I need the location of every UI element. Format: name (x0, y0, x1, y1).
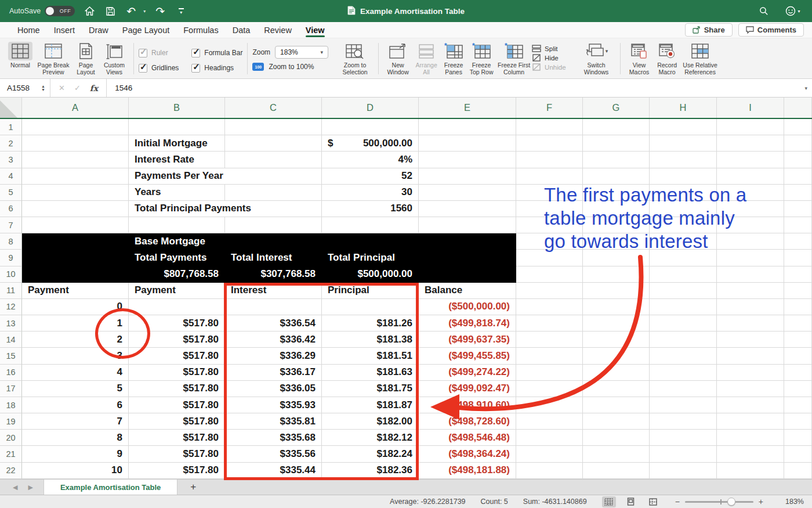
cell-E10[interactable] (419, 266, 516, 283)
row-header-7[interactable]: 7 (0, 217, 22, 233)
cell-D20[interactable]: $182.12 (322, 430, 419, 446)
cell-D1[interactable] (322, 119, 419, 135)
zoom-slider-knob[interactable] (727, 498, 735, 506)
headings-checkbox[interactable]: ✓ Headings (191, 64, 242, 73)
cell-G5[interactable] (583, 185, 650, 201)
row-header-8[interactable]: 8 (0, 233, 22, 250)
cell-B10[interactable]: $807,768.58 (129, 266, 225, 283)
cell-C1[interactable] (225, 119, 322, 135)
cell-E13[interactable]: ($499,818.74) (419, 315, 516, 332)
cell-H5[interactable] (650, 185, 717, 201)
zoom-to-100-button[interactable]: Zoom to 100% (269, 63, 314, 71)
cell-H2[interactable] (650, 135, 717, 152)
cell-E5[interactable] (419, 185, 516, 201)
use-relative-references-button[interactable]: Use Relative References (681, 42, 719, 75)
freeze-top-row-button[interactable]: * Freeze Top Row (467, 42, 496, 75)
cell-H15[interactable] (650, 348, 717, 364)
cell-A2[interactable] (22, 135, 129, 152)
cell-E14[interactable]: ($499,637.35) (419, 332, 516, 348)
cell-D21[interactable]: $182.24 (322, 446, 419, 462)
unhide-button[interactable]: Unhide (532, 63, 574, 71)
cell-C20[interactable]: $335.68 (225, 430, 322, 446)
cell-I9[interactable] (717, 250, 784, 266)
cell-I19[interactable] (717, 413, 784, 430)
cell-E21[interactable]: ($498,364.24) (419, 446, 516, 462)
cell-F17[interactable] (516, 381, 583, 397)
zoom-dropdown[interactable]: 183%▾ (275, 46, 328, 59)
row-header-11[interactable]: 11 (0, 283, 22, 299)
cell-C21[interactable]: $335.56 (225, 446, 322, 462)
cell-G20[interactable] (583, 430, 650, 446)
cell-F18[interactable] (516, 397, 583, 413)
column-header-E[interactable]: E (419, 98, 516, 118)
cell-I22[interactable] (717, 463, 784, 479)
cell-D3[interactable]: 4% (322, 152, 419, 168)
add-sheet-button[interactable]: + (177, 481, 209, 493)
split-button[interactable]: Split (532, 45, 574, 52)
cell-E1[interactable] (419, 119, 516, 135)
cell-H8[interactable] (650, 233, 717, 250)
cell-E18[interactable]: ($498,910.60) (419, 397, 516, 413)
cell-F16[interactable] (516, 365, 583, 381)
zoom-to-selection-button[interactable]: Zoom to Selection (336, 42, 374, 75)
cell-A13[interactable]: 1 (22, 315, 129, 332)
cell-G11[interactable] (583, 283, 650, 299)
zoom-in-icon[interactable]: + (759, 499, 763, 505)
cell-D6[interactable]: 1560 (322, 201, 419, 217)
sheet-nav-right-icon[interactable]: ▶ (28, 484, 32, 491)
cell-D22[interactable]: $182.36 (322, 463, 419, 479)
cell-B1[interactable] (129, 119, 225, 135)
column-header-B[interactable]: B (129, 98, 225, 118)
row-header-14[interactable]: 14 (0, 332, 22, 348)
cell-E3[interactable] (419, 152, 516, 168)
column-header-I[interactable]: I (717, 98, 784, 118)
cell-I15[interactable] (717, 348, 784, 364)
cell-B17[interactable]: $517.80 (129, 381, 225, 397)
cell-C16[interactable]: $336.17 (225, 365, 322, 381)
cell-B6[interactable]: Total Principal Payments (129, 201, 225, 217)
cell-H10[interactable] (650, 266, 717, 283)
cell-D2[interactable]: $500,000.00 (322, 135, 419, 152)
custom-views-button[interactable]: Custom Views (100, 42, 129, 75)
cell-B16[interactable]: $517.80 (129, 365, 225, 381)
undo-chevron-icon[interactable]: ▾ (143, 9, 146, 14)
cell-E7[interactable] (419, 217, 516, 233)
cell-I14[interactable] (717, 332, 784, 348)
row-header-2[interactable]: 2 (0, 135, 22, 152)
cell-H11[interactable] (650, 283, 717, 299)
column-header-D[interactable]: D (322, 98, 419, 118)
cell-G19[interactable] (583, 413, 650, 430)
cell-H13[interactable] (650, 315, 717, 332)
cell-G12[interactable] (583, 299, 650, 315)
cell-G10[interactable] (583, 266, 650, 283)
name-box-stepper[interactable]: ▲▼ (41, 85, 45, 92)
cell-C3[interactable] (225, 152, 322, 168)
cell-E11[interactable]: Balance (419, 283, 516, 299)
cell-I5[interactable] (717, 185, 784, 201)
cell-I11[interactable] (717, 283, 784, 299)
cell-C11[interactable]: Interest (225, 283, 322, 299)
view-macros-button[interactable]: View Macros (625, 42, 653, 75)
cell-G15[interactable] (583, 348, 650, 364)
account-avatar-icon[interactable]: ▾ (783, 5, 803, 17)
cell-G4[interactable] (583, 168, 650, 185)
home-icon[interactable] (83, 5, 96, 17)
cell-A9[interactable] (22, 250, 129, 266)
undo-icon[interactable]: ↶ (125, 5, 137, 17)
cell-H17[interactable] (650, 381, 717, 397)
cell-H1[interactable] (650, 119, 717, 135)
row-header-1[interactable]: 1 (0, 119, 22, 135)
cell-A5[interactable] (22, 185, 129, 201)
formula-bar-checkbox[interactable]: ✓ Formula Bar (191, 49, 242, 57)
cell-F1[interactable] (516, 119, 583, 135)
cell-A17[interactable]: 5 (22, 381, 129, 397)
new-window-button[interactable]: New Window (383, 42, 412, 75)
hide-button[interactable]: Hide (532, 54, 574, 62)
cell-C18[interactable]: $335.93 (225, 397, 322, 413)
cell-F4[interactable] (516, 168, 583, 185)
cell-D13[interactable]: $181.26 (322, 315, 419, 332)
cell-I8[interactable] (717, 233, 784, 250)
row-header-20[interactable]: 20 (0, 430, 22, 446)
row-header-5[interactable]: 5 (0, 185, 22, 201)
save-icon[interactable] (104, 5, 117, 17)
